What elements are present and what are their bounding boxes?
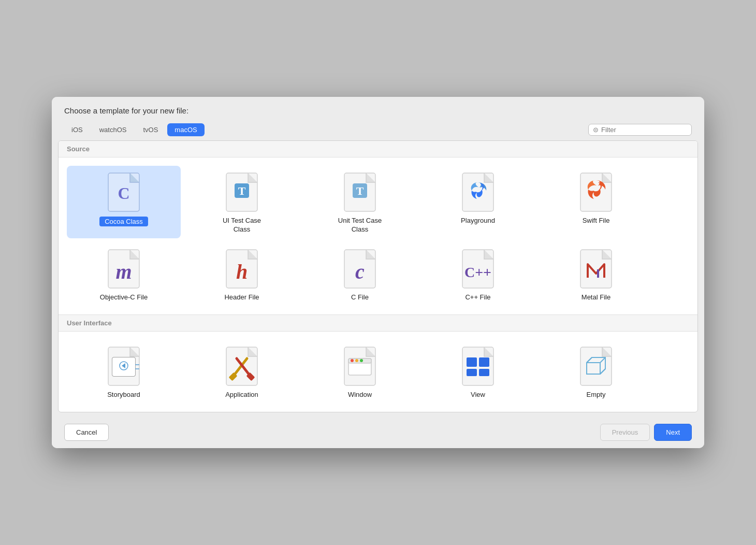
- new-file-dialog: Choose a template for your new file: iOS…: [52, 97, 704, 448]
- svg-rect-41: [479, 369, 489, 376]
- cocoa-class-label: Cocoa Class: [99, 217, 148, 226]
- item-playground[interactable]: Playground: [421, 166, 535, 238]
- storyboard-label: Storyboard: [107, 391, 140, 399]
- dialog-title: Choose a template for your new file:: [52, 97, 704, 120]
- header-file-label: Header File: [224, 293, 259, 302]
- item-storyboard[interactable]: Storyboard: [67, 340, 181, 404]
- svg-text:C: C: [118, 184, 129, 203]
- filter-wrap: ⊜: [588, 124, 692, 136]
- empty-icon: [579, 346, 613, 386]
- item-application[interactable]: Application: [185, 340, 299, 404]
- item-cpp-file[interactable]: C++ C++ File: [421, 242, 535, 306]
- svg-rect-39: [479, 357, 489, 367]
- tab-tvos[interactable]: tvOS: [136, 123, 165, 136]
- window-label: Window: [348, 391, 372, 399]
- tab-ios[interactable]: iOS: [64, 123, 90, 136]
- tab-macos[interactable]: macOS: [167, 123, 204, 136]
- ui-test-case-class-icon: T: [225, 172, 258, 212]
- metal-file-label: Metal File: [581, 293, 610, 302]
- ui-test-case-class-label: UI Test CaseClass: [223, 217, 261, 234]
- objective-c-file-label: Objective-C File: [100, 293, 148, 302]
- unit-test-case-class-label: Unit Test CaseClass: [338, 217, 382, 234]
- nav-buttons: Previous Next: [600, 424, 692, 441]
- cancel-button[interactable]: Cancel: [64, 424, 109, 441]
- playground-label: Playground: [461, 217, 495, 225]
- svg-text:C++: C++: [464, 264, 491, 280]
- cpp-file-label: C++ File: [465, 293, 490, 302]
- metal-file-icon: [579, 249, 613, 289]
- item-objective-c-file[interactable]: m Objective-C File: [67, 242, 181, 306]
- svg-text:m: m: [115, 260, 132, 283]
- svg-point-35: [355, 359, 358, 362]
- item-empty[interactable]: Empty: [539, 340, 653, 404]
- swift-file-label: Swift File: [583, 217, 610, 225]
- window-icon: [343, 346, 376, 386]
- application-icon: [225, 346, 258, 386]
- item-swift-file[interactable]: Swift File: [539, 166, 653, 238]
- content-area: Source C Cocoa Class: [58, 140, 698, 412]
- filter-input[interactable]: [601, 126, 687, 134]
- application-label: Application: [225, 391, 258, 399]
- view-icon: [461, 346, 495, 386]
- swift-file-icon: [579, 172, 613, 212]
- item-metal-file[interactable]: Metal File: [539, 242, 653, 306]
- svg-text:c: c: [355, 260, 365, 283]
- item-header-file[interactable]: h Header File: [185, 242, 299, 306]
- item-unit-test-case-class[interactable]: T Unit Test CaseClass: [303, 166, 417, 238]
- item-window[interactable]: Window: [303, 340, 417, 404]
- c-file-label: C File: [351, 293, 369, 302]
- svg-rect-38: [467, 357, 477, 367]
- svg-rect-40: [467, 369, 477, 376]
- cpp-file-icon: C++: [461, 249, 495, 289]
- header-file-icon: h: [225, 249, 258, 289]
- svg-text:T: T: [356, 184, 364, 197]
- objective-c-file-icon: m: [107, 249, 140, 289]
- view-label: View: [471, 391, 485, 399]
- item-view[interactable]: View: [421, 340, 535, 404]
- next-button[interactable]: Next: [654, 424, 692, 441]
- svg-text:h: h: [236, 260, 248, 283]
- unit-test-case-class-icon: T: [343, 172, 376, 212]
- cocoa-class-icon: C: [107, 172, 140, 212]
- item-c-file[interactable]: c C File: [303, 242, 417, 306]
- ui-items-grid: Storyboard Application: [59, 332, 697, 412]
- source-section-header: Source: [59, 141, 697, 157]
- empty-label: Empty: [587, 391, 606, 399]
- svg-point-34: [351, 359, 354, 362]
- c-file-icon: c: [343, 249, 376, 289]
- svg-text:T: T: [238, 184, 246, 197]
- svg-point-36: [360, 359, 363, 362]
- source-items-grid: C Cocoa Class T UI Test C: [59, 157, 697, 314]
- storyboard-icon: [107, 346, 140, 386]
- dialog-footer: Cancel Previous Next: [52, 417, 704, 448]
- item-ui-test-case-class[interactable]: T UI Test CaseClass: [185, 166, 299, 238]
- previous-button[interactable]: Previous: [600, 424, 650, 441]
- tab-watchos[interactable]: watchOS: [92, 123, 134, 136]
- tab-bar: iOS watchOS tvOS macOS ⊜: [52, 120, 704, 136]
- user-interface-section-header: User Interface: [59, 315, 697, 332]
- filter-icon: ⊜: [593, 126, 599, 134]
- playground-icon: [461, 172, 495, 212]
- item-cocoa-class[interactable]: C Cocoa Class: [67, 166, 181, 238]
